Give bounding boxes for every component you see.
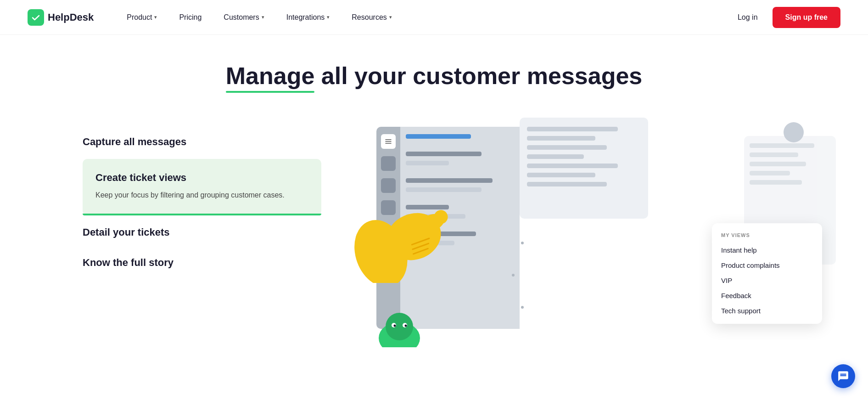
nav-customers[interactable]: Customers ▾ [213,0,275,35]
nav-resources[interactable]: Resources ▾ [341,0,403,35]
my-views-item-4[interactable]: Feedback [712,288,822,303]
green-blob [376,311,422,347]
feature-heading-2[interactable]: Detail your tickets [83,217,321,248]
chevron-down-icon: ▾ [327,14,330,20]
logo-icon [28,9,44,26]
sidebar-icon-2 [381,156,396,171]
login-button[interactable]: Log in [732,10,763,25]
signup-button[interactable]: Sign up free [773,7,840,28]
hero-section: Manage all your customer messages [0,35,868,108]
ticket-item-1 [406,152,482,156]
ticket-item-3 [406,178,493,183]
svg-point-9 [386,313,413,340]
nav-product[interactable]: Product ▾ [116,0,168,35]
my-views-item-3[interactable]: VIP [712,273,822,288]
hero-title: Manage all your customer messages [18,62,850,90]
decorative-dot-2 [512,274,515,277]
hero-title-word1: Manage [226,62,315,90]
user-avatar [784,122,804,142]
my-views-card: MY VIEWS Instant help Product complaints… [712,223,822,324]
logo-text: HelpDesk [48,11,94,23]
right-panel: MY VIEWS Instant help Product complaints… [349,118,831,347]
my-views-item-2[interactable]: Product complaints [712,258,822,273]
my-views-header: MY VIEWS [712,232,822,243]
feature-card-active: Create ticket views Keep your focus by f… [83,159,321,216]
my-views-item-5[interactable]: Tech support [712,303,822,318]
decorative-dot-1 [521,242,524,244]
nav-integrations[interactable]: Integrations ▾ [275,0,341,35]
decorative-dot-3 [521,306,524,309]
chevron-down-icon: ▾ [389,14,392,20]
nav-links: Product ▾ Pricing Customers ▾ Integratio… [116,0,732,35]
left-panel: Capture all messages Create ticket views… [83,127,321,278]
yellow-hand-illustration [349,191,450,283]
navbar: HelpDesk Product ▾ Pricing Customers ▾ I… [0,0,868,35]
nav-right: Log in Sign up free [732,7,840,28]
ticket-item-2 [406,161,449,165]
feature-card-desc: Keep your focus by filtering and groupin… [95,189,308,201]
sidebar-icon-1 [381,134,396,149]
feature-heading-1[interactable]: Capture all messages [83,127,321,157]
feature-card-title: Create ticket views [95,172,308,184]
feature-heading-3[interactable]: Know the full story [83,248,321,278]
main-content: Capture all messages Create ticket views… [0,108,868,366]
my-views-item-1[interactable]: Instant help [712,243,822,258]
logo-link[interactable]: HelpDesk [28,9,94,26]
ticket-detail-card [520,118,648,219]
chevron-down-icon: ▾ [154,14,157,20]
ticket-item-active [406,134,471,139]
hero-title-rest: all your customer messages [314,62,642,89]
nav-pricing[interactable]: Pricing [168,0,213,35]
svg-point-13 [405,324,407,327]
svg-point-12 [394,324,396,327]
chevron-down-icon: ▾ [262,14,264,20]
